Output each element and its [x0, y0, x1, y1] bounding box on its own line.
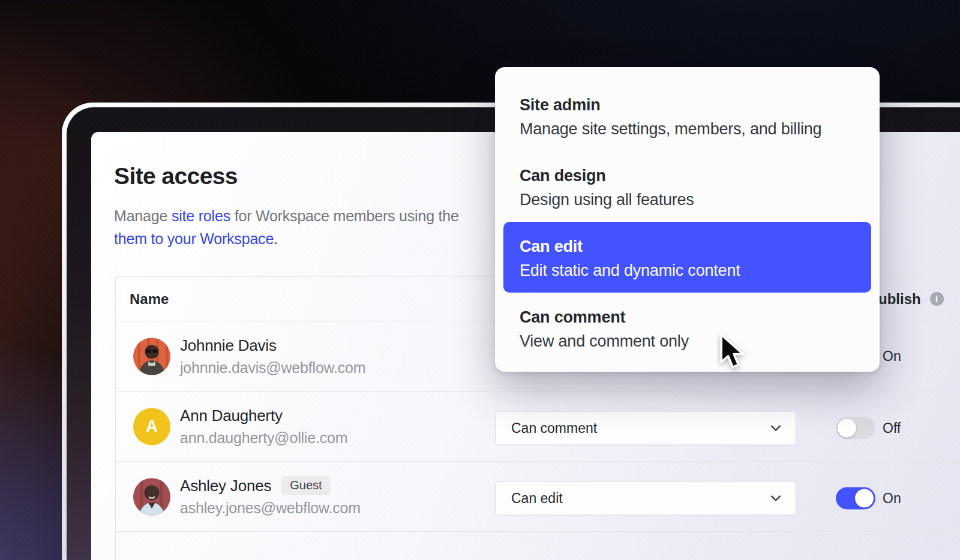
role-dropdown-menu: Site admin Manage site settings, members… — [495, 67, 880, 372]
role-select-value: Can edit — [511, 490, 563, 507]
workspace-link[interactable]: them to your Workspace. — [114, 230, 278, 247]
menu-item-description: Manage site settings, members, and billi… — [520, 119, 859, 139]
avatar — [133, 338, 170, 375]
info-icon[interactable]: i — [930, 292, 944, 306]
menu-item-title: Site admin — [520, 95, 859, 115]
menu-item-title: Can comment — [520, 307, 859, 327]
publish-toggle[interactable] — [836, 417, 875, 439]
toggle-knob — [838, 419, 856, 438]
menu-item-description: View and comment only — [520, 331, 859, 351]
role-select-value: Can comment — [511, 420, 597, 436]
menu-item-description: Edit static and dynamic content — [520, 260, 859, 281]
member-name: Johnnie Davis — [180, 336, 277, 355]
table-row: A Ann Daugherty ann.daugherty@ollie.com … — [116, 392, 960, 462]
publish-toggle[interactable] — [836, 487, 875, 510]
menu-item-description: Design using all features — [520, 189, 859, 210]
menu-item-can-design[interactable]: Can design Design using all features — [503, 151, 871, 222]
member-name: Ashley Jones — [180, 477, 271, 495]
intro-text: Manage — [114, 207, 172, 224]
page-description: Manage site roles for Workspace members … — [114, 204, 459, 250]
member-cell: A Ann Daugherty ann.daugherty@ollie.com — [133, 407, 347, 447]
menu-item-title: Can edit — [520, 236, 859, 257]
avatar — [133, 478, 170, 515]
member-name: Ann Daugherty — [180, 407, 283, 425]
member-identity: Ann Daugherty ann.daugherty@ollie.com — [180, 407, 347, 447]
chevron-down-icon — [770, 495, 781, 502]
member-email: ann.daugherty@ollie.com — [180, 429, 347, 447]
menu-item-can-comment[interactable]: Can comment View and comment only — [503, 293, 871, 363]
role-select[interactable]: Can comment — [495, 411, 796, 445]
member-email: johnnie.davis@webflow.com — [180, 359, 365, 377]
arrow-cursor-icon — [715, 333, 746, 372]
publish-state-label: On — [883, 348, 901, 365]
publish-state-label: Off — [883, 420, 901, 436]
person-photo-icon — [133, 478, 170, 515]
menu-item-can-edit[interactable]: Can edit Edit static and dynamic content — [503, 222, 871, 293]
page-title: Site access — [114, 163, 238, 189]
member-cell: Johnnie Davis johnnie.davis@webflow.com — [133, 336, 365, 377]
member-cell: Ashley Jones Guest ashley.jones@webflow.… — [133, 477, 361, 517]
publish-state-label: On — [883, 490, 901, 507]
menu-item-site-admin[interactable]: Site admin Manage site settings, members… — [503, 80, 871, 151]
marketing-canvas: Site access Manage site roles for Worksp… — [0, 0, 960, 560]
avatar: A — [133, 408, 170, 445]
member-identity: Johnnie Davis johnnie.davis@webflow.com — [180, 336, 365, 377]
toggle-knob — [855, 489, 874, 508]
name-column-header: Name — [130, 277, 169, 321]
site-roles-link[interactable]: site roles — [172, 207, 230, 224]
table-row: Ashley Jones Guest ashley.jones@webflow.… — [116, 462, 960, 532]
publish-column-header: Publish i — [869, 277, 944, 321]
guest-badge: Guest — [281, 477, 330, 495]
member-identity: Ashley Jones Guest ashley.jones@webflow.… — [180, 477, 361, 517]
role-select[interactable]: Can edit — [495, 481, 796, 516]
member-email: ashley.jones@webflow.com — [180, 499, 361, 517]
person-photo-icon — [133, 338, 170, 375]
chevron-down-icon — [770, 425, 781, 432]
intro-text: for Workspace members using the — [230, 207, 459, 224]
menu-item-title: Can design — [520, 165, 859, 186]
